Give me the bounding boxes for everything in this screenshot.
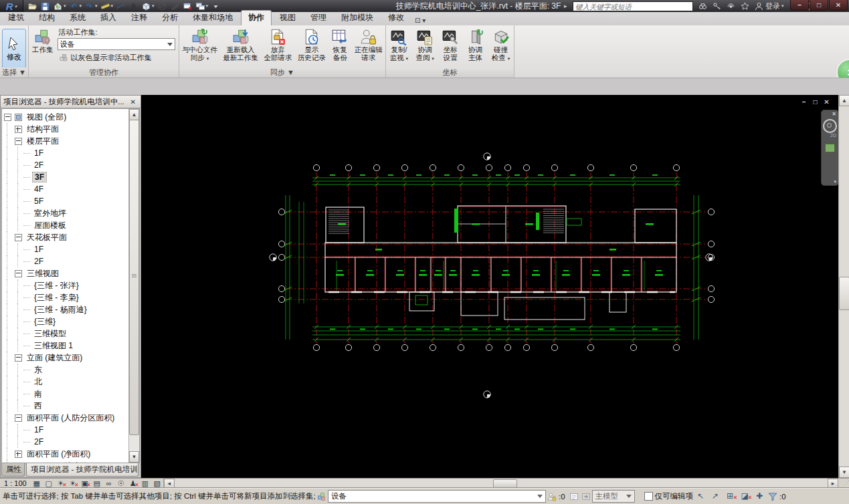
customize-qat-icon[interactable] [209,1,222,11]
tree-item[interactable]: 三维模型 [2,328,129,340]
tree-scroll-thumb[interactable] [129,120,139,435]
tree-item[interactable]: {三维} [2,316,129,328]
tab-5[interactable]: 分析 [155,11,185,25]
search-icon[interactable] [696,1,710,11]
tree-item-label[interactable]: 室外地坪 [32,208,68,219]
search-input[interactable] [573,3,692,11]
tree-item[interactable]: 东 [2,364,129,376]
drawing-area[interactable]: –□✕ ✕ 2D ▾ [141,95,838,478]
aligned-dimension-icon[interactable] [114,1,127,11]
sync-with-central-qat-icon[interactable]: ↻▾ [52,1,68,11]
switch-windows-icon[interactable]: ▾ [194,1,210,11]
reveal-hidden-elements-icon[interactable]: ☉ [116,479,126,488]
tree-item-label[interactable]: {三维 - 李枭} [32,292,81,303]
tree-item-label[interactable]: 北 [32,376,44,388]
tree-item[interactable]: 南 [2,388,129,400]
navbar-menu-icon[interactable]: ▾ [832,178,838,185]
view-close-button[interactable]: ✕ [821,98,832,106]
tree-item[interactable]: 1F [2,424,129,436]
restore-button[interactable]: □ [810,0,828,11]
tree-item-label[interactable]: 面积平面 (净面积) [25,449,92,460]
tree-item[interactable]: 立面 (建筑立面) [2,352,129,364]
tab-9[interactable]: 管理 [304,11,333,25]
tree-item-label[interactable]: 5F [32,197,45,206]
temporary-hide-isolate-icon[interactable]: ∞ [104,479,114,488]
tab-6[interactable]: 体量和场地 [186,11,240,25]
tree-item[interactable]: {三维 - 张洋} [2,279,129,291]
tree-item[interactable]: 屋面楼板 [2,219,129,231]
close-hidden-windows-icon[interactable] [181,1,194,11]
coordination-host-button[interactable]: ↻协调主体 [466,27,486,62]
project-browser-titlebar[interactable]: 项目浏览器 - 技师学院机电培训中... ✕ [1,96,140,108]
tree-item-label[interactable]: 视图 (全部) [25,112,68,123]
show-history-button[interactable]: 显示历史记录 [296,27,327,62]
pan-icon[interactable] [825,144,835,152]
relinquish-all-button[interactable]: 放弃全部请求 [262,27,293,62]
collapse-icon[interactable] [15,138,22,145]
restore-backup-button[interactable]: ↩恢复备份 [330,27,350,62]
thin-lines-icon[interactable] [169,1,181,11]
tab-project-browser[interactable]: 项目浏览器 - 技师学院机电培训... [26,463,138,477]
tree-item-label[interactable]: 西 [32,400,44,412]
tree-item[interactable]: 2F [2,159,129,171]
floor-plan-drawing[interactable] [141,95,838,478]
design-options-icon[interactable] [569,492,579,501]
open-icon[interactable] [26,1,39,11]
tab-8[interactable]: 视图 [273,11,302,25]
tree-item[interactable]: 5F [2,195,129,207]
coordination-review-button[interactable]: 协调查阅 ▾ [414,27,435,63]
collapse-icon[interactable] [4,114,11,121]
collapse-icon[interactable] [15,414,22,422]
measure-icon[interactable]: ▾ [99,1,115,11]
scroll-down-icon[interactable]: ▼ [839,467,849,478]
sun-path-icon[interactable]: ☀✕ [56,479,66,488]
design-option-dropdown[interactable]: 主模型 [592,490,635,503]
select-panel-footer[interactable]: 选择 ▼ [0,68,28,78]
tree-item-label[interactable]: 楼层平面 [25,136,61,147]
collapse-icon[interactable] [15,234,22,241]
tree-item-label[interactable]: 天花板平面 [25,232,69,243]
select-links-icon[interactable]: ↖ [694,491,706,501]
tree-item[interactable]: 1F [2,147,129,159]
tree-item[interactable]: {三维 - 杨雨迪} [2,303,129,316]
undo-icon[interactable]: ↶▾ [68,1,84,11]
tree-item-label[interactable]: 面积平面 (总建筑面积) [25,461,108,463]
crop-region-visibility-icon[interactable]: ▤ [92,479,102,488]
tree-item-label[interactable]: {三维 - 杨雨迪} [32,304,89,316]
tab-2[interactable]: 系统 [63,11,92,25]
tree-item-label[interactable]: 面积平面 (人防分区面积) [25,412,116,424]
signin-icon[interactable]: 登录▾ [752,1,786,11]
collapse-icon[interactable] [15,354,22,362]
tree-item[interactable]: 北 [2,376,129,388]
worksets-button[interactable]: 工作集 [31,27,55,55]
scroll-up-icon[interactable]: ▲ [839,95,849,106]
modify-button[interactable]: 修改 [2,29,26,69]
tree-item-label[interactable]: 3F [32,172,47,182]
reveal-constraints-icon[interactable]: ▧ [152,479,163,488]
tree-item[interactable]: 楼层平面 [2,135,129,147]
expand-icon[interactable] [15,451,22,458]
modify-panel-options-icon[interactable]: ⊡ ▾ [411,15,430,25]
default-3d-view-icon[interactable]: ▾ [140,1,156,11]
tree-item[interactable]: 3F [2,171,129,183]
tree-item[interactable]: 4F [2,183,129,195]
steering-wheel-icon[interactable] [823,119,837,133]
select-elements-by-face-icon[interactable]: ◪✕ [739,491,751,501]
tab-0[interactable]: 建筑 [1,11,31,25]
detail-level-icon[interactable]: ▦ [31,479,42,488]
gray-inactive-worksets-toggle[interactable]: 以灰色显示非活动工作集 [58,52,175,64]
editing-requests-button[interactable]: 正在编辑请求 [353,27,384,62]
scroll-up-icon[interactable]: ▲ [129,109,139,120]
tree-item[interactable]: 视图 (全部) [2,111,129,123]
tree-item-label[interactable]: 1F [32,425,45,434]
view-restore-button[interactable]: □ [810,98,821,106]
visual-style-icon[interactable]: ▢ [43,479,54,488]
scroll-down-icon[interactable]: ▼ [129,451,139,463]
tree-item[interactable]: 三维视图 1 [2,340,129,352]
tree-item-label[interactable]: {三维} [32,316,58,328]
reload-latest-button[interactable]: 重新载入最新工作集 [221,27,260,62]
shadows-icon[interactable]: ☀✕ [68,479,78,488]
view-scale[interactable]: 1 : 100 [0,479,31,487]
communication-center-icon[interactable] [724,1,738,11]
temporary-view-properties-icon[interactable]: ▥ [140,479,151,488]
